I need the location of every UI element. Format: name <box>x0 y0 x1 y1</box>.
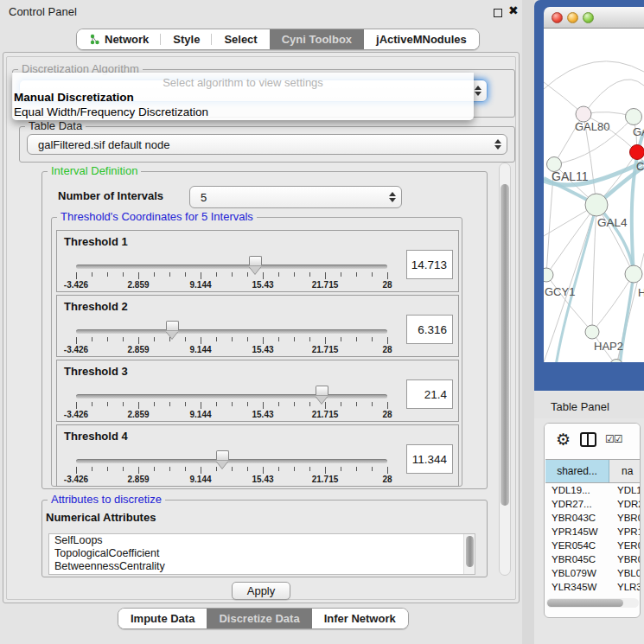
vertical-scrollbar[interactable] <box>499 163 511 576</box>
slider-handle[interactable] <box>166 321 179 330</box>
tick-label: -3.426 <box>64 280 88 290</box>
node-label: H <box>638 286 644 299</box>
close-icon[interactable]: ✖ <box>508 3 519 17</box>
attribute-item-topologicalcoefficient[interactable]: TopologicalCoefficient <box>49 547 475 560</box>
scrollbar-thumb[interactable] <box>547 599 623 607</box>
numerical-attributes-list[interactable]: SelfLoopsTopologicalCoefficientBetweenne… <box>48 533 475 575</box>
slider-track[interactable] <box>76 329 387 334</box>
table-row[interactable]: YLR345WYLR3 <box>545 580 641 594</box>
mac-minimize-button[interactable] <box>567 12 578 23</box>
panel-divider[interactable] <box>522 0 534 644</box>
combo-spinner[interactable] <box>384 187 401 207</box>
slider-track[interactable] <box>76 459 387 463</box>
network-edge[interactable] <box>546 205 596 275</box>
tick-mark <box>278 272 279 277</box>
scrollbar-thumb[interactable] <box>466 536 474 567</box>
network-graph[interactable]: GAL80GACGAL11GAL4GCY1HHAP2 <box>544 29 644 362</box>
tick-label: 2.859 <box>127 410 149 419</box>
cell-shared-name: YBR045C <box>545 552 609 566</box>
list-scrollbar[interactable] <box>463 534 475 574</box>
tick-mark <box>278 402 279 406</box>
table-row[interactable]: YER054CYER0 <box>545 539 641 552</box>
tab-label: jActiveMNodules <box>376 33 467 46</box>
tick-mark <box>107 337 108 341</box>
network-node-gal4[interactable] <box>585 194 608 216</box>
apply-button[interactable]: Apply <box>232 582 290 600</box>
network-node-c[interactable] <box>630 145 644 160</box>
group-title: Threshold's Coordinates for 5 Intervals <box>57 210 257 223</box>
tab-jactivemnodules[interactable]: jActiveMNodules <box>364 29 479 49</box>
network-node-ga[interactable] <box>626 109 642 125</box>
tick-mark <box>76 272 77 279</box>
attribute-item-selfloops[interactable]: SelfLoops <box>49 534 475 547</box>
slider-tick-labels: -3.4262.8599.14415.4321.71528 <box>76 280 387 290</box>
tab-infer-network[interactable]: Infer Network <box>312 609 408 628</box>
cell-shared-name: YIL052C <box>545 594 609 597</box>
tab-impute-data[interactable]: Impute Data <box>118 609 207 628</box>
tab-cyni-toolbox[interactable]: Cyni Toolbox <box>270 29 364 49</box>
threshold-value-field[interactable] <box>406 315 453 344</box>
attribute-item-betweennesscentrality[interactable]: BetweennessCentrality <box>49 560 475 573</box>
table-row[interactable]: YBL079WYBL0 <box>545 566 641 580</box>
horizontal-scrollbar[interactable] <box>546 598 639 608</box>
tick-mark <box>263 402 264 409</box>
cell-shared-name: YER054C <box>545 539 609 552</box>
float-window-icon[interactable] <box>494 9 502 17</box>
column-header-name[interactable]: na <box>609 460 641 482</box>
tick-mark <box>154 337 155 341</box>
dropdown-item-equal-width-frequency-discretization[interactable]: Equal Width/Frequency Discretization <box>12 105 474 119</box>
threshold-value-field[interactable] <box>406 444 453 474</box>
threshold-value-field[interactable] <box>406 379 453 409</box>
node-label: GA <box>633 125 644 138</box>
slider-handle[interactable] <box>216 450 229 460</box>
slider-track[interactable] <box>76 394 387 399</box>
combo-spinner[interactable] <box>489 135 507 154</box>
slider-handle[interactable] <box>316 386 328 395</box>
tab-label: Select <box>224 33 257 46</box>
tick-label: 15.43 <box>252 345 273 354</box>
table-row[interactable]: YBR045CYBR0 <box>545 552 641 566</box>
threshold-value-field[interactable] <box>406 250 453 279</box>
network-node-gcy1[interactable] <box>544 268 553 282</box>
mac-zoom-button[interactable] <box>583 12 594 23</box>
table-row[interactable]: YPR145WYPR1 <box>545 525 641 539</box>
tab-style[interactable]: Style <box>161 29 212 49</box>
gear-icon[interactable]: ⚙ <box>556 430 571 450</box>
network-edge-thick[interactable] <box>596 205 634 274</box>
network-edge[interactable] <box>544 61 644 89</box>
network-edge[interactable] <box>596 205 634 274</box>
table-data-combobox[interactable]: galFiltered.sif default node <box>27 134 507 155</box>
tick-mark <box>356 467 357 471</box>
select-columns-icon[interactable]: ☑☑ <box>605 433 622 445</box>
column-view-icon[interactable] <box>580 432 596 447</box>
tick-mark <box>294 467 295 471</box>
slider-track[interactable] <box>76 265 387 269</box>
scrollbar-thumb[interactable] <box>501 184 509 506</box>
network-canvas[interactable]: GAL80GACGAL11GAL4GCY1HHAP2 <box>544 29 644 362</box>
slider-handle[interactable] <box>249 256 262 265</box>
tab-discretize-data[interactable]: Discretize Data <box>207 609 311 628</box>
column-header-shared-name[interactable]: shared... <box>545 460 609 482</box>
table-toolbar: ⚙ ☑☑ <box>545 424 640 458</box>
network-edge[interactable] <box>544 205 596 362</box>
tick-mark <box>201 402 201 409</box>
tick-mark <box>216 402 217 406</box>
tab-network[interactable]: Network <box>77 29 161 49</box>
node-label: C <box>636 160 644 173</box>
tick-mark <box>154 402 155 406</box>
tick-mark <box>387 272 388 279</box>
tick-mark <box>372 272 373 277</box>
num-intervals-combobox[interactable]: 5 <box>189 186 402 208</box>
table-row[interactable]: YDL19...YDL1 <box>545 483 641 497</box>
cell-name: YDL1 <box>609 483 641 497</box>
group-title: Attributes to discretize <box>48 493 165 506</box>
table-row[interactable]: YIL052CYIL0 <box>545 594 641 597</box>
network-window-titlebar[interactable] <box>544 7 644 29</box>
network-node-hap2[interactable] <box>585 325 599 339</box>
network-node-h[interactable] <box>625 265 642 283</box>
table-row[interactable]: YDR27...YDR2 <box>545 497 641 511</box>
table-row[interactable]: YBR043CYBR0 <box>545 511 641 525</box>
mac-close-button[interactable] <box>552 12 563 23</box>
tab-select[interactable]: Select <box>212 29 269 49</box>
dropdown-item-manual-discretization[interactable]: Manual Discretization <box>12 90 474 105</box>
